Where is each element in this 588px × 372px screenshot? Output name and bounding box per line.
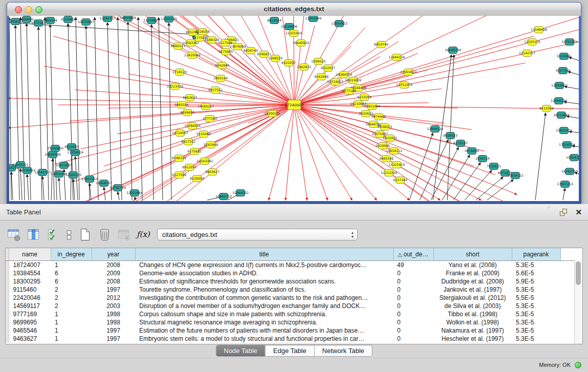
cell-pagerank[interactable]: 5.3E-5 [512,261,560,270]
cell-name[interactable]: 9777169 [9,310,51,318]
column-header-pagerank[interactable]: pagerank [512,248,560,261]
cell-in_degree[interactable]: 1 [51,318,92,326]
row-options-icon[interactable] [66,228,73,242]
cell-short[interactable]: Yano et al. (2008) [433,261,512,270]
table-vertical-scrollbar[interactable] [574,260,582,344]
cell-short[interactable]: Dudbridge et al. (2008) [433,277,512,286]
cell-name[interactable]: 14569117 [9,302,51,310]
cell-out_degree[interactable]: 0 [393,326,433,335]
cell-name[interactable]: 9465546 [9,326,51,335]
cell-name[interactable]: 22420046 [9,294,51,302]
cell-pagerank[interactable]: 5.5E-5 [512,294,560,302]
cell-title[interactable]: Corpus callosum shape and size in male p… [135,310,393,318]
cell-title[interactable]: Changes of HCN gene expression and I(f) … [135,261,393,270]
cell-pagerank[interactable]: 5.9E-5 [512,277,560,286]
cell-pagerank[interactable]: 5.3E-5 [512,318,560,326]
cell-name[interactable]: 18724007 [9,261,51,270]
cell-title[interactable]: Embryonic stem cells: a model to study s… [135,335,393,343]
cell-year[interactable]: 2008 [92,277,135,286]
cell-short[interactable]: Franke et al. (2009) [433,269,512,277]
cell-pagerank[interactable]: 5.3E-5 [512,335,560,343]
cell-title[interactable]: Disruption of a novel member of a sodium… [135,302,393,310]
cell-in_degree[interactable]: 1 [51,335,92,343]
show-columns-icon[interactable] [27,228,40,242]
cell-pagerank[interactable]: 5.3E-5 [512,302,560,310]
network-canvas[interactable]: 1695810796996959777169946554691154601097… [9,16,579,201]
column-header-out_de[interactable]: △out_de… [393,248,433,261]
cell-out_degree[interactable]: 0 [393,302,433,310]
cell-name[interactable]: 18300295 [9,277,51,286]
memory-status-icon[interactable] [575,362,581,368]
cell-short[interactable]: de Silva et al. (2003) [433,302,512,310]
close-panel-icon[interactable]: ✕ [575,208,582,217]
cell-name[interactable]: 19384554 [9,269,51,277]
cell-out_degree[interactable]: 0 [393,277,433,286]
scrollbar-thumb[interactable] [576,261,581,285]
window-titlebar[interactable]: citations_edges.txt [7,3,581,16]
cell-year[interactable]: 2003 [92,302,135,310]
cell-out_degree[interactable]: 0 [393,286,433,294]
cell-in_degree[interactable]: 2 [51,286,92,294]
cell-title[interactable]: Estimation of the future numbers of pati… [135,326,393,335]
citation-network-graph[interactable]: 1695810796996959777169946554691154601097… [9,16,579,201]
cell-year[interactable]: 1998 [92,318,135,326]
float-panel-icon[interactable] [559,208,568,216]
cell-year[interactable]: 2012 [92,294,135,302]
column-header-title[interactable]: title [135,248,393,261]
cell-short[interactable]: Wolkin et al. (1998) [433,318,512,326]
cell-out_degree[interactable]: 49 [393,261,433,270]
cell-year[interactable]: 1997 [92,335,135,343]
cell-year[interactable]: 1997 [92,326,135,335]
cell-name[interactable]: 9699695 [9,318,51,326]
cell-name[interactable]: 9115460 [9,286,51,294]
cell-title[interactable]: Estimation of significance thresholds fo… [135,277,393,286]
cell-in_degree[interactable]: 6 [51,269,92,277]
node-table-grid: namein_degreeyeartitle△out_de…shortpager… [6,248,582,343]
delete-column-icon[interactable] [98,228,112,242]
cell-out_degree[interactable]: 0 [393,318,433,326]
cell-in_degree[interactable]: 1 [51,326,92,335]
cell-in_degree[interactable]: 6 [51,277,92,286]
network-node-label: 17240007 [285,103,304,107]
cell-pagerank[interactable]: 5.6E-5 [512,269,560,277]
cell-short[interactable]: Tibbo et al. (1998) [433,310,512,318]
table-source-select[interactable]: citations_edges.txt ▴▾ [157,229,358,240]
cell-name[interactable]: 9463627 [9,335,51,343]
cell-short[interactable]: Jankovic et al. (1997) [433,286,512,294]
tab-network-table[interactable]: Network Table [314,345,372,356]
cell-title[interactable]: Tourette syndrome. Phenomenology and cla… [135,286,393,294]
column-header-short[interactable]: short [433,248,512,261]
cell-out_degree[interactable]: 0 [393,335,433,343]
cell-in_degree[interactable]: 1 [51,310,92,318]
network-node-label: 16842752 [215,194,232,198]
cell-short[interactable]: Stergiakouli et al. (2012) [433,294,512,302]
cell-year[interactable]: 2008 [92,261,135,270]
function-builder-icon[interactable]: ƒ(x) [137,230,150,239]
cell-short[interactable]: Nakamura et al. (1997) [433,326,512,335]
cell-year[interactable]: 1997 [92,286,135,294]
cell-pagerank[interactable]: 5.3E-5 [512,286,560,294]
cell-title[interactable]: Genome-wide association studies in ADHD. [135,269,393,277]
cell-pagerank[interactable]: 5.3E-5 [512,326,560,335]
new-column-icon[interactable] [78,228,92,242]
column-header-name[interactable]: name [9,248,51,261]
column-header-in_degree[interactable]: in_degree [51,248,92,261]
delete-table-icon[interactable] [117,228,131,242]
cell-out_degree[interactable]: 0 [393,310,433,318]
cell-title[interactable]: Investigating the contribution of common… [135,294,393,302]
cell-out_degree[interactable]: 0 [393,294,433,302]
column-header-year[interactable]: year [92,248,135,261]
tab-edge-table[interactable]: Edge Table [265,345,314,356]
cell-in_degree[interactable]: 2 [51,294,92,302]
cell-year[interactable]: 1998 [92,310,135,318]
cell-year[interactable]: 2009 [92,269,135,277]
select-columns-icon[interactable] [46,228,60,242]
cell-in_degree[interactable]: 1 [51,261,92,270]
tab-node-table[interactable]: Node Table [216,345,265,356]
cell-pagerank[interactable]: 5.3E-5 [512,310,560,318]
table-mode-icon[interactable] [7,228,21,242]
cell-out_degree[interactable]: 0 [393,269,433,277]
cell-title[interactable]: Structural magnetic resonance image aver… [135,318,393,326]
cell-short[interactable]: Hescheler et al. (1997) [433,335,512,343]
cell-in_degree[interactable]: 2 [51,302,92,310]
